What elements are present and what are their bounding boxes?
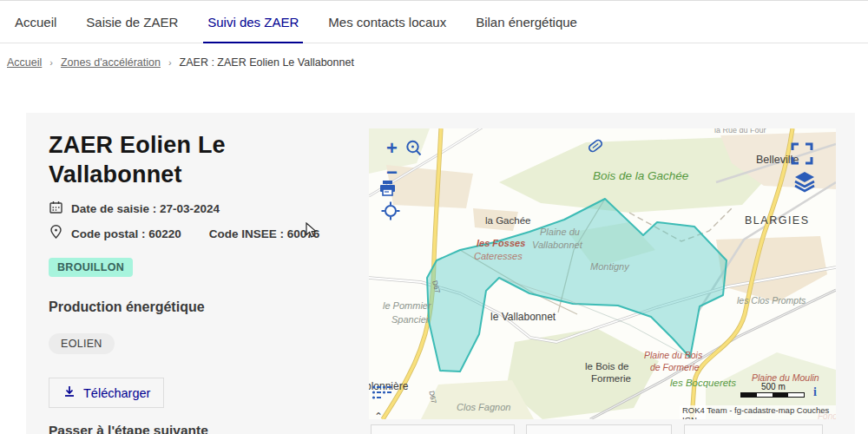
download-button[interactable]: Télécharger [49, 378, 164, 408]
nav-item-saisie-zaer[interactable]: Saisie de ZAER [71, 1, 193, 43]
legend-button[interactable] [372, 384, 392, 405]
breadcrumb: Accueil › Zones d'accélération › ZAER : … [0, 43, 868, 69]
date-row: Date de saisie : 27-03-2024 [49, 200, 352, 217]
code-insee-value: Code INSEE : 60076 [209, 227, 320, 240]
action-button-middle[interactable] [526, 424, 672, 434]
nav-item-accueil[interactable]: Accueil [0, 1, 71, 43]
info-button[interactable]: i [813, 386, 817, 398]
download-label: Télécharger [83, 386, 150, 400]
breadcrumb-home[interactable]: Accueil [7, 56, 42, 69]
breadcrumb-separator: › [168, 57, 172, 68]
status-badge: BROUILLON [49, 258, 133, 277]
scale-bar-segment [773, 393, 788, 397]
main-nav: Accueil Saisie de ZAER Suivi des ZAER Me… [0, 0, 868, 43]
calendar-icon [49, 200, 63, 217]
nav-item-contacts-locaux[interactable]: Mes contacts locaux [313, 1, 461, 43]
village-patch [473, 208, 518, 231]
scale-bar-segment [788, 393, 804, 397]
print-button[interactable] [378, 179, 397, 200]
layers-button[interactable] [792, 170, 817, 195]
production-heading: Production énergétique [49, 299, 352, 315]
location-pin-icon [49, 225, 63, 242]
breadcrumb-zones[interactable]: Zones d'accélération [61, 56, 161, 69]
zaer-summary-column: ZAER Eolien Le Vallabonnet Date de saisi… [49, 130, 352, 434]
zaer-detail-card: ZAER Eolien Le Vallabonnet Date de saisi… [26, 113, 855, 434]
mouse-cursor [306, 222, 317, 242]
breadcrumb-current: ZAER : ZAER Eolien Le Vallabonnet [180, 56, 354, 69]
map-canvas [369, 128, 836, 419]
action-button-left[interactable] [371, 424, 515, 434]
zoom-in-button[interactable]: + [386, 139, 398, 158]
energy-type-tag: EOLIEN [49, 333, 115, 354]
nav-item-suivi-zaer[interactable]: Suivi des ZAER [193, 1, 313, 43]
action-button-right[interactable] [684, 424, 823, 434]
collapse-chevron-icon[interactable]: ⌃ [374, 411, 383, 419]
map-attribution: ROK4 Team - fg-cadastre-map Couches IGN [680, 405, 836, 419]
scale-bar-segment [757, 393, 773, 397]
fullscreen-button[interactable] [791, 142, 813, 168]
scale-label: 500 m [761, 382, 786, 391]
next-step-heading: Passer à l'étape suivante [49, 423, 352, 434]
date-value: Date de saisie : 27-03-2024 [71, 202, 220, 215]
download-icon [62, 385, 76, 401]
search-location-button[interactable] [404, 139, 424, 161]
code-postal-value: Code postal : 60220 [71, 227, 181, 240]
page-title: ZAER Eolien Le Vallabonnet [49, 130, 352, 189]
breadcrumb-separator: › [49, 57, 53, 68]
scale-bar-segment [741, 393, 757, 397]
nav-item-bilan-energetique[interactable]: Bilan énergétique [461, 1, 592, 43]
scale-bar [740, 392, 805, 398]
locate-button[interactable] [380, 201, 401, 224]
map-viewport[interactable]: la Rue du Four Belleville BLARGIES Bois … [369, 128, 836, 419]
